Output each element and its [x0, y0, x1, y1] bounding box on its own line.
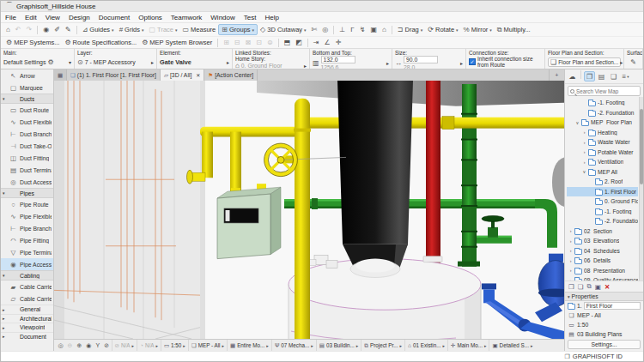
tab-action-center[interactable]: ⚑ [Action Center] ✕ [204, 69, 258, 81]
tab-close-icon[interactable]: ✕ [196, 72, 200, 78]
layout-book-tab[interactable]: ▤ ▾ [596, 71, 607, 81]
view-2-foundation[interactable]: -2. Foundation [567, 216, 638, 226]
angle-button[interactable]: ∠ ▾ [322, 38, 333, 47]
tool-duct-terminal[interactable]: ▤ Duct Terminal [1, 164, 53, 176]
menu-item[interactable]: Teamwork [167, 14, 206, 21]
tree-expand-icon[interactable]: › [568, 258, 573, 263]
inherit-checkbox[interactable] [469, 58, 476, 65]
tool-cable-carrier-1[interactable]: ▰ Cable Carrier... [1, 281, 53, 293]
tree-expand-icon[interactable]: › [568, 248, 573, 253]
menu-item[interactable]: File [1, 14, 21, 21]
popup-navigator-button[interactable]: ▦ ✕ [54, 69, 67, 81]
orient-button[interactable]: Γ ▾ [348, 25, 356, 34]
new-tab-button[interactable]: + ✕ [549, 69, 564, 81]
floor-plan-section-button[interactable]: ❏ Floor Plan and Section... ▸ [548, 57, 621, 67]
group-edit-1-button[interactable]: ⊞ ▾ [221, 38, 232, 47]
group-cabling[interactable]: ▾ Cabling [1, 270, 53, 281]
qo-graphic-override[interactable]: ⧉ Project Pr... ▸ [361, 340, 404, 351]
tool-duct-flexible[interactable]: ∿ Duct Flexible S... [1, 116, 53, 128]
menu-item[interactable]: Design [64, 14, 94, 21]
view-1-footing[interactable]: -1. Footing [567, 207, 638, 217]
3d-viewport-scene[interactable] [54, 81, 564, 339]
home-story-value[interactable]: 0. Ground Floor [241, 63, 283, 69]
default-settings-label[interactable]: Default Settings [3, 59, 46, 65]
prop-view-name[interactable]: 1. First Floor [565, 301, 643, 311]
save-current-view-button[interactable]: ❏ [578, 283, 584, 291]
tool-marquee[interactable]: ▢ Marquee [1, 81, 53, 94]
group-document[interactable]: ▸ Document [1, 332, 53, 341]
mep-systems-button[interactable]: ⚙ MEP Systems... ▾ [3, 38, 62, 47]
scissors-button[interactable]: ✄ ▾ [309, 25, 320, 34]
prop-scale[interactable]: ▭ 1:50 [565, 320, 643, 329]
trace-button[interactable]: ▢ Trace ▾ [147, 25, 180, 34]
folder-08-presentation[interactable]: › 08_Presentation [567, 266, 638, 276]
tree-expand-icon[interactable]: › [568, 228, 573, 233]
walk-icon[interactable]: Y [94, 342, 102, 348]
tree-expand-icon[interactable]: › [582, 130, 586, 135]
pick-up-parameters-button[interactable]: ✐ ▾ [52, 25, 63, 34]
home-view-button[interactable]: ⌂ ▾ [380, 25, 389, 34]
qo-pen-set[interactable]: Ψ 07 Mecha... ▸ [271, 340, 316, 351]
view-map-tab[interactable]: ❐ ▾ [584, 71, 595, 81]
chevron-right-icon[interactable]: ▸ [151, 59, 154, 65]
groups-button[interactable]: ⊞ Groups ▾ [218, 24, 258, 35]
view-neg1-footing[interactable]: -1. Footing [567, 98, 638, 108]
chevron-down-icon[interactable]: ▾ [69, 59, 71, 65]
red-pipe[interactable] [426, 81, 440, 263]
view-1-first-floor[interactable]: 1. First Floor [567, 187, 638, 197]
home-button[interactable]: ⌂ ▾ [3, 25, 13, 34]
tree-expand-icon[interactable]: › [582, 160, 586, 165]
graphisoft-id-label[interactable]: GRAPHISOFT ID [573, 353, 623, 360]
view-neg2-foundation[interactable]: -2. Foundation [567, 108, 638, 118]
cutaway-button[interactable]: ◇ 3D Cutaway ▾ [258, 25, 309, 34]
inject-parameters-button[interactable]: ✎ ▾ [63, 25, 74, 34]
menu-item[interactable]: View [41, 14, 64, 21]
route-specifications-button[interactable]: ⚙ Route Specifications... ▾ [62, 38, 139, 47]
tool-duct-accessory[interactable]: ◎ Duct Accessory [1, 176, 53, 188]
properties-header[interactable]: ▾ Properties [565, 292, 643, 301]
scrollbar-thumb[interactable] [640, 109, 643, 184]
view-settings-button[interactable]: ▣ [595, 283, 601, 291]
view-map-search[interactable] [568, 86, 641, 96]
qo-dimension-style[interactable]: ✛ Main Mo... ▸ [447, 340, 489, 351]
prop-layer-combination[interactable]: ❏ MEP - All [565, 311, 643, 320]
zoom-in-icon[interactable]: ⊕ [75, 342, 84, 349]
tool-cable-carrier-2[interactable]: ▱ Cable Carrier... [1, 293, 53, 305]
menu-item[interactable]: Test [240, 14, 261, 21]
stretch-button[interactable]: ⇥ ▾ [311, 38, 322, 47]
search-input[interactable] [576, 88, 638, 94]
folder-04-schedules[interactable]: › 04_Schedules [567, 246, 638, 256]
tool-pipe-accessory[interactable]: ◉ Pipe Accessory [1, 258, 53, 270]
green-pipe-vertical[interactable] [461, 84, 477, 267]
qo-renovation[interactable]: ⊘ N/A ▸ [112, 340, 137, 351]
layer-value[interactable]: 7 - MEP Accessory [85, 59, 136, 65]
tree-expand-icon[interactable]: › [582, 149, 586, 154]
zoom-fit-icon[interactable]: ◎ [56, 342, 65, 349]
fit-in-window-button[interactable]: ⊥ ▾ [337, 25, 348, 34]
group-edit-5-button[interactable]: ⊜ ▾ [264, 38, 276, 47]
navigator-menu-button[interactable]: ≡ ▾ [620, 71, 631, 81]
explore-button[interactable]: ↯ ▾ [357, 25, 368, 34]
group-viewpoint[interactable]: ▸ Viewpoint [1, 323, 53, 332]
tool-pipe-branch[interactable]: ⊢ Pipe Branch [1, 222, 53, 234]
mirror-button[interactable]: % Mirror ▾ [461, 25, 495, 34]
settings-button[interactable]: Settings... [568, 340, 641, 349]
surface-paint-icon[interactable]: ✎ [630, 58, 636, 66]
tree-expand-icon[interactable]: › [568, 268, 573, 273]
zoom-out-icon[interactable]: ⊖ [65, 342, 75, 349]
group-architectural[interactable]: ▸ Architectural [1, 314, 53, 323]
group-pipes[interactable]: ▾ Pipes [1, 188, 53, 198]
folder-potable-water[interactable]: › Potable Water [567, 148, 638, 158]
tool-pipe-route[interactable]: ○ Pipe Route [1, 198, 53, 210]
qo-partial-structure[interactable]: ◔ N/A ▸ [137, 340, 161, 351]
property-value-input[interactable]: First Floor [584, 302, 641, 310]
drag-button[interactable]: ⊐ Drag ▾ [395, 25, 425, 34]
grids-button[interactable]: # Grids ▾ [117, 25, 147, 34]
new-folder-button[interactable]: ❐ [568, 283, 574, 291]
folder-09-quality-assurance[interactable]: › 09_Quality Assurance [567, 275, 638, 281]
resize-button[interactable]: ✛ ▾ [333, 38, 344, 47]
zoom-tool-button[interactable]: ◎ ▾ [319, 25, 331, 34]
qo-scale[interactable]: ▭ 1:50 ▸ [161, 340, 188, 351]
mep-system-browser-button[interactable]: ⚙ MEP System Browser ▾ [139, 38, 215, 47]
layouts-button[interactable]: ▣ ▾ [368, 25, 380, 34]
